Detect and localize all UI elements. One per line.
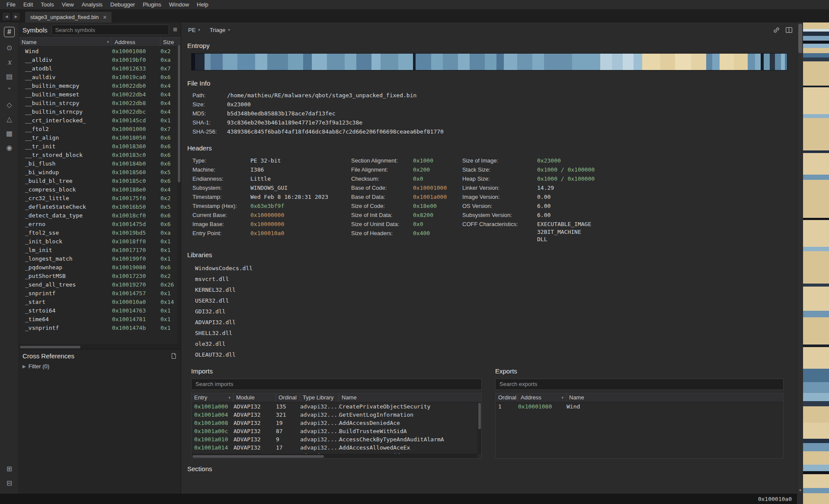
symbol-row[interactable]: __builtin_memset0x10022db40x4 (19, 90, 181, 99)
stack-icon[interactable]: ▤ (6, 73, 13, 80)
scroll-down-arrow-icon[interactable]: ▼ (797, 488, 803, 492)
symbol-row[interactable]: __atodbl0x100126330x7 (19, 64, 181, 73)
symbol-row[interactable]: __alldiv0x10019bf00xa (19, 56, 181, 64)
menu-analysis[interactable]: Analysis (78, 0, 106, 9)
symbol-row[interactable]: _bi_windup0x100185600x5 (19, 168, 181, 177)
menu-window[interactable]: Window (165, 0, 193, 9)
xrefs-filter-toggle[interactable]: ▶ Filter (0) (19, 361, 181, 371)
import-row[interactable]: 0x1001a008ADVAPI3219advapi32....AddAcces… (192, 419, 481, 427)
exports-column-name[interactable]: Name (567, 393, 783, 402)
symbol-row[interactable]: _putShortMSB0x100172300x2 (19, 272, 181, 281)
strings-icon[interactable]: ” (8, 87, 10, 94)
sync-link-icon[interactable] (773, 26, 780, 34)
symbol-row[interactable]: _build_bl_tree0x100185c00x6 (19, 177, 181, 185)
menu-view[interactable]: View (58, 0, 78, 9)
import-row[interactable]: 0x1001a000ADVAPI32135advapi32....CreateP… (192, 402, 481, 411)
minimap[interactable] (803, 22, 829, 504)
view-mode-dropdown[interactable]: Triage ▾ (210, 27, 230, 33)
tags-icon[interactable]: ◇ (6, 102, 12, 108)
experiments-icon[interactable]: △ (6, 116, 12, 123)
imports-column-module[interactable]: Module (234, 393, 276, 402)
exports-column-address[interactable]: Address ▾ (518, 393, 567, 402)
scrollbar-thumb[interactable] (798, 24, 802, 53)
symbol-row[interactable]: __builtin_strncpy0x10022dbc0x4 (19, 108, 181, 116)
pin-panel-icon[interactable] (171, 353, 176, 359)
file-info-row: Path:/home/mathieu/RE/malwares/qbot/stag… (192, 91, 797, 100)
scrollbar-thumb[interactable] (478, 403, 481, 430)
exports-column-ordinal[interactable]: Ordinal (496, 393, 518, 402)
symbol-row[interactable]: __tr_align0x100180500x6 (19, 134, 181, 142)
symbol-row[interactable]: _crc32_little0x100175f00x2 (19, 194, 181, 203)
library-item: GDI32.dll (195, 306, 797, 317)
symbols-icon[interactable]: # (4, 27, 15, 37)
symbol-row[interactable]: __builtin_memcpy0x10022db00x4 (19, 82, 181, 90)
library-item: WindowsCodecs.dll (195, 263, 797, 274)
symbol-row[interactable]: _vsnprintf0x1001474b0x1 (19, 324, 181, 332)
symbol-row[interactable]: _compress_block0x100188e00x4 (19, 185, 181, 194)
menu-file[interactable]: File (3, 0, 19, 9)
symbol-row[interactable]: _ftol2_sse0x10019bd50xa (19, 229, 181, 237)
scrollbar-thumb[interactable] (192, 455, 324, 458)
find-icon[interactable]: ◉ (6, 144, 13, 151)
imports-horizontal-scrollbar[interactable] (192, 454, 477, 458)
symbol-row[interactable]: _errno0x1001475d0x6 (19, 220, 181, 229)
symbols-column-name[interactable]: Name ▾ (19, 38, 112, 46)
symbol-row[interactable]: __crt_interlocked_0x100145cd0x1 (19, 116, 181, 125)
mini-graph-icon[interactable]: ⊟ (6, 480, 12, 487)
memory-map-icon[interactable]: ▦ (6, 130, 13, 137)
symbol-row[interactable]: __builtin_strcpy0x10022db80x4 (19, 99, 181, 108)
import-row[interactable]: 0x1001a004ADVAPI32321advapi32....GetEven… (192, 411, 481, 419)
symbols-vertical-scrollbar[interactable] (177, 45, 181, 344)
symbol-row[interactable]: _send_all_trees0x100192700x26 (19, 281, 181, 289)
nav-back-button[interactable]: ◀ (2, 12, 11, 21)
import-row[interactable]: 0x1001a014ADVAPI3217advapi32....AddAcces… (192, 443, 481, 452)
menu-debugger[interactable]: Debugger (106, 0, 139, 9)
entropy-bar[interactable] (191, 53, 787, 70)
import-row[interactable]: 0x1001a00cADVAPI3287advapi32....BuildTru… (192, 427, 481, 435)
menu-tools[interactable]: Tools (37, 0, 58, 9)
symbols-search-input[interactable] (51, 25, 170, 35)
symbol-row[interactable]: _lm_init0x100171700x1 (19, 246, 181, 255)
imports-column-entry[interactable]: Entry ▾ (192, 393, 234, 402)
exports-search-input[interactable] (495, 379, 784, 390)
symbol-row[interactable]: _detect_data_type0x10018cf00x6 (19, 211, 181, 220)
nav-forward-button[interactable]: ▶ (12, 12, 20, 21)
imports-column-name[interactable]: Name (339, 393, 481, 402)
symbol-row[interactable]: __aulldiv0x10019ca00x6 (19, 73, 181, 82)
split-view-icon[interactable] (785, 26, 793, 34)
symbol-row[interactable]: _strtoi640x100147630x1 (19, 306, 181, 315)
menu-plugins[interactable]: Plugins (139, 0, 165, 9)
symbol-row[interactable]: __ftol20x100010000x7 (19, 125, 181, 134)
symbol-row[interactable]: Wind0x100010800x2 (19, 47, 181, 56)
symbols-column-address[interactable]: Address (112, 38, 160, 46)
symbol-row[interactable]: _snprintf0x100147570x1 (19, 289, 181, 298)
symbol-row[interactable]: _longest_match0x100199f00x1 (19, 255, 181, 263)
hamburger-menu-icon[interactable]: ≡ (173, 26, 177, 34)
tab-active[interactable]: stage3_unpacked_fixed.bin × (25, 11, 112, 22)
export-row[interactable]: 10x10001080Wind (496, 402, 783, 411)
view-type-dropdown[interactable]: PE ▾ (188, 27, 200, 33)
imports-column-ordinal[interactable]: Ordinal (276, 393, 300, 402)
symbol-row[interactable]: _time640x100147810x1 (19, 315, 181, 324)
symbol-row[interactable]: _pqdownheap0x100190800x6 (19, 263, 181, 272)
import-row[interactable]: 0x1001a010ADVAPI329advapi32....AccessChe… (192, 435, 481, 443)
imports-column-type-library[interactable]: Type Library (300, 393, 339, 402)
variables-icon[interactable]: x (7, 59, 11, 66)
symbol-row[interactable]: _deflateStateCheck0x10016b500x5 (19, 203, 181, 211)
close-icon[interactable]: × (103, 14, 106, 21)
symbols-horizontal-scrollbar[interactable] (19, 345, 181, 349)
types-icon[interactable]: ⊙ (6, 45, 12, 51)
symbol-row[interactable]: _bi_flush0x100184b00x6 (19, 159, 181, 168)
imports-search-input[interactable] (191, 379, 482, 390)
scrollbar-thumb[interactable] (20, 346, 80, 348)
symbol-row[interactable]: _init_block0x10018ff00x1 (19, 237, 181, 246)
component-tree-icon[interactable]: ⊞ (6, 466, 12, 472)
scrollbar-thumb[interactable] (178, 45, 180, 182)
main-vertical-scrollbar[interactable]: ▼ (797, 22, 803, 494)
symbol-row[interactable]: __tr_init0x100183600x6 (19, 142, 181, 151)
symbol-row[interactable]: __tr_stored_block0x100183c00x6 (19, 151, 181, 159)
menu-help[interactable]: Help (193, 0, 212, 9)
menu-edit[interactable]: Edit (19, 0, 37, 9)
imports-vertical-scrollbar[interactable] (477, 402, 481, 454)
symbol-row[interactable]: _start0x100010a00x14 (19, 298, 181, 306)
